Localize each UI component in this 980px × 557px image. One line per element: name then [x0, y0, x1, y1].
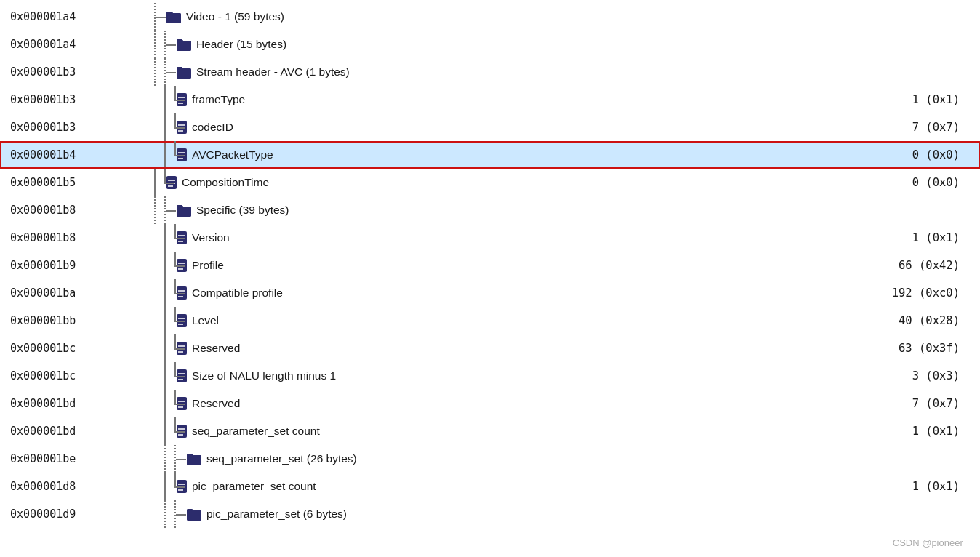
address: 0x000001bd [0, 397, 145, 410]
item-value: 0 (0x0) [864, 148, 980, 161]
item-value: 40 (0x28) [864, 314, 980, 327]
table-row[interactable]: 0x000001be seq_parameter_set (26 bytes) [0, 445, 980, 473]
table-row[interactable]: 0x000001b4 AVCPacketType0 (0x0) [0, 141, 980, 169]
item-value: 3 (0x3) [864, 369, 980, 382]
item-value: 192 (0xc0) [864, 286, 980, 300]
item-label: Reserved [192, 342, 864, 355]
address: 0x000001b3 [0, 65, 145, 79]
address: 0x000001b3 [0, 121, 145, 134]
item-value: 1 (0x1) [864, 93, 980, 106]
item-label: Version [192, 231, 864, 244]
address: 0x000001b5 [0, 176, 145, 189]
table-row[interactable]: 0x000001bb Level40 (0x28) [0, 307, 980, 334]
folder-icon [176, 37, 192, 52]
table-row[interactable]: 0x000001b3 codecID7 (0x7) [0, 113, 980, 141]
item-label: pic_parameter_set count [192, 480, 864, 493]
address: 0x000001b8 [0, 231, 145, 244]
item-label: Header (15 bytes) [196, 38, 980, 51]
item-value: 0 (0x0) [864, 176, 980, 189]
address: 0x000001a4 [0, 38, 145, 51]
address: 0x000001b3 [0, 93, 145, 106]
table-row[interactable]: 0x000001b3 Stream header - AVC (1 bytes) [0, 58, 980, 86]
item-label: AVCPacketType [192, 148, 864, 161]
item-label: Specific (39 bytes) [196, 204, 980, 217]
table-row[interactable]: 0x000001d8 pic_parameter_set count1 (0x1… [0, 473, 980, 500]
address: 0x000001bc [0, 369, 145, 382]
address: 0x000001b8 [0, 204, 145, 217]
item-label: seq_parameter_set count [192, 425, 864, 438]
table-row[interactable]: 0x000001d9 pic_parameter_set (6 bytes) [0, 500, 980, 528]
table-row[interactable]: 0x000001b8 Specific (39 bytes) [0, 196, 980, 224]
item-label: Reserved [192, 397, 864, 410]
address: 0x000001bd [0, 425, 145, 438]
item-label: frameType [192, 93, 864, 106]
table-row[interactable]: 0x000001b9 Profile66 (0x42) [0, 252, 980, 279]
address: 0x000001b9 [0, 259, 145, 272]
address: 0x000001b4 [0, 148, 145, 161]
table-row[interactable]: 0x000001a4 Video - 1 (59 bytes) [0, 3, 980, 31]
address: 0x000001d8 [0, 480, 145, 493]
item-label: Profile [192, 259, 864, 272]
folder-icon [186, 452, 202, 466]
address: 0x000001bb [0, 314, 145, 327]
item-label: CompositionTime [182, 176, 864, 189]
item-label: pic_parameter_set (6 bytes) [206, 508, 980, 521]
item-label: Size of NALU length minus 1 [192, 369, 864, 382]
table-row[interactable]: 0x000001bd seq_parameter_set count1 (0x1… [0, 417, 980, 445]
item-label: codecID [192, 121, 864, 134]
item-value: 66 (0x42) [864, 259, 980, 272]
folder-icon [166, 9, 182, 24]
item-label: Video - 1 (59 bytes) [186, 10, 980, 23]
address: 0x000001a4 [0, 10, 145, 23]
address: 0x000001ba [0, 286, 145, 300]
item-label: Stream header - AVC (1 bytes) [196, 65, 980, 79]
table-row[interactable]: 0x000001b8 Version1 (0x1) [0, 224, 980, 252]
folder-icon [176, 65, 192, 79]
address: 0x000001bc [0, 342, 145, 355]
item-value: 7 (0x7) [864, 397, 980, 410]
table-row[interactable]: 0x000001b5 CompositionTime0 (0x0) [0, 169, 980, 196]
item-label: Compatible profile [192, 286, 864, 300]
item-label: seq_parameter_set (26 bytes) [206, 452, 980, 465]
table-row[interactable]: 0x000001b3 frameType1 (0x1) [0, 86, 980, 113]
table-row[interactable]: 0x000001a4 Header (15 bytes) [0, 31, 980, 58]
folder-icon [176, 203, 192, 217]
table-row[interactable]: 0x000001bc Reserved63 (0x3f) [0, 334, 980, 362]
item-value: 7 (0x7) [864, 121, 980, 134]
table-row[interactable]: 0x000001ba Compatible profile192 (0xc0) [0, 279, 980, 307]
item-value: 63 (0x3f) [864, 342, 980, 355]
table-row[interactable]: 0x000001bc Size of NALU length minus 13 … [0, 362, 980, 390]
item-value: 1 (0x1) [864, 480, 980, 493]
watermark: CSDN @pioneer_ [893, 537, 968, 548]
address: 0x000001be [0, 452, 145, 465]
table-row[interactable]: 0x000001bd Reserved7 (0x7) [0, 390, 980, 417]
item-value: 1 (0x1) [864, 425, 980, 438]
item-value: 1 (0x1) [864, 231, 980, 244]
address: 0x000001d9 [0, 508, 145, 521]
folder-icon [186, 507, 202, 521]
item-label: Level [192, 314, 864, 327]
